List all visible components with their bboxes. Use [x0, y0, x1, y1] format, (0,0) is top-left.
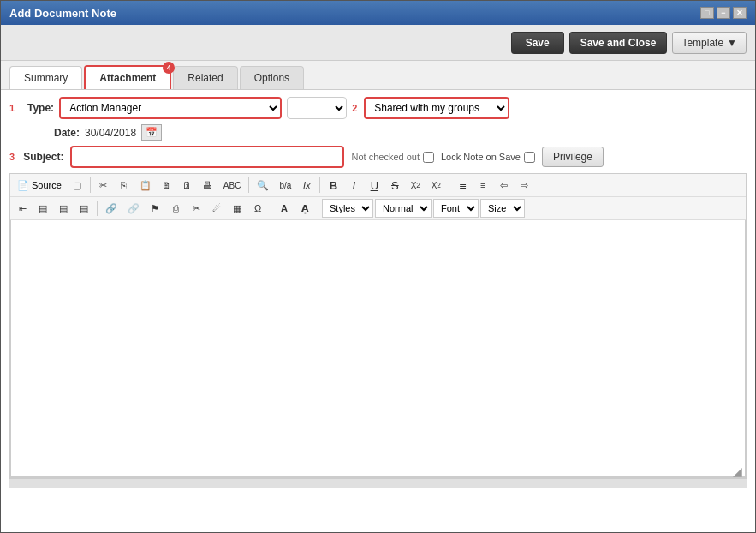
- increase-indent-button[interactable]: ⇨: [515, 176, 533, 195]
- close-button[interactable]: ✕: [733, 7, 747, 19]
- align-center-button[interactable]: ▤: [33, 199, 52, 218]
- subscript-button[interactable]: X2: [406, 176, 425, 195]
- type-select[interactable]: Action Manager General Meeting Phone Cal…: [59, 97, 282, 119]
- lock-note-checkbox[interactable]: [524, 152, 535, 163]
- subject-input[interactable]: [70, 146, 344, 168]
- separator-1: [90, 177, 91, 193]
- document-note-window: Add Document Note □ − ✕ Save Save and Cl…: [0, 0, 756, 533]
- not-checked-checkbox[interactable]: [423, 152, 434, 163]
- bg-color-button[interactable]: Ạ: [295, 199, 314, 218]
- strikethrough-button[interactable]: S: [385, 176, 404, 195]
- separator-6: [271, 201, 271, 216]
- not-checked-label: Not checked out: [351, 152, 434, 163]
- underline-button[interactable]: U: [365, 176, 384, 195]
- toolbar-row-1: 📄 Source ▢ ✂ ⎘ 📋 🗎 🗓 🖶 ABC 🔍 b/a Ix B I: [10, 174, 746, 197]
- subject-row: 3 Subject: Not checked out Lock Note on …: [9, 146, 747, 168]
- title-controls: □ − ✕: [700, 7, 747, 19]
- editor-toolbar: 📄 Source ▢ ✂ ⎘ 📋 🗎 🗓 🖶 ABC 🔍 b/a Ix B I: [9, 173, 747, 478]
- chevron-down-icon: ▼: [727, 37, 737, 49]
- italic-format[interactable]: Ix: [297, 176, 316, 195]
- font-select[interactable]: Font: [433, 199, 479, 218]
- copy-button[interactable]: ⎘: [115, 176, 134, 195]
- image-button[interactable]: ☄: [207, 199, 226, 218]
- align-justify-button[interactable]: ▤: [74, 199, 93, 218]
- font-color-button[interactable]: A: [275, 199, 294, 218]
- scrollbar-area: [9, 478, 747, 488]
- source-button[interactable]: 📄 Source: [13, 176, 66, 195]
- tab-related[interactable]: Related: [173, 66, 237, 89]
- template-button[interactable]: Template ▼: [672, 32, 747, 54]
- resize-handle[interactable]: ◢: [733, 464, 743, 475]
- normal-select[interactable]: Normal: [375, 199, 432, 218]
- italic-button[interactable]: I: [344, 176, 363, 195]
- align-left-button[interactable]: ⇤: [13, 199, 32, 218]
- find-button[interactable]: 🔍: [253, 176, 273, 195]
- save-close-button[interactable]: Save and Close: [569, 32, 668, 54]
- separator-7: [318, 201, 318, 216]
- flag-button[interactable]: ⚑: [146, 199, 164, 218]
- tab-summary[interactable]: Summary: [9, 66, 82, 89]
- editor-body[interactable]: ◢: [10, 220, 746, 477]
- separator-5: [97, 201, 98, 216]
- unlink-button[interactable]: 🔗: [123, 199, 144, 218]
- save-button[interactable]: Save: [511, 32, 564, 54]
- type-label: Type:: [21, 102, 54, 114]
- source-icon: 📄: [17, 180, 29, 191]
- privilege-button[interactable]: Privilege: [542, 147, 604, 167]
- paste-plain-button[interactable]: 🗎: [158, 176, 176, 195]
- cut-button[interactable]: ✂: [94, 176, 113, 195]
- superscript-button[interactable]: X2: [426, 176, 445, 195]
- scissors-button[interactable]: ✂: [187, 199, 205, 218]
- find-replace-button[interactable]: b/a: [275, 176, 295, 195]
- header-bar: Save Save and Close Template ▼: [1, 25, 755, 61]
- date-row: Date: 30/04/2018 📅: [9, 124, 747, 141]
- print-button[interactable]: 🖶: [199, 176, 217, 195]
- separator-4: [449, 177, 449, 193]
- omega-button[interactable]: Ω: [248, 199, 267, 218]
- minimize-button[interactable]: −: [717, 7, 730, 19]
- toolbar-row-2: ⇤ ▤ ▤ ▤ 🔗 🔗 ⚑ ⎙ ✂ ☄ ▦ Ω A Ạ Styles: [10, 197, 746, 220]
- title-bar: Add Document Note □ − ✕: [1, 1, 755, 25]
- content-area: 1 Type: Action Manager General Meeting P…: [1, 90, 755, 532]
- type-row: 1 Type: Action Manager General Meeting P…: [9, 97, 747, 119]
- styles-select[interactable]: Styles: [322, 199, 373, 218]
- restore-button[interactable]: □: [700, 7, 714, 19]
- paste-button[interactable]: 📋: [135, 176, 156, 195]
- shared-annotation: 2: [352, 103, 357, 113]
- date-label: Date:: [47, 127, 80, 139]
- shared-select[interactable]: Shared with my groups Private Shared wit…: [364, 97, 509, 119]
- subject-label: Subject:: [23, 151, 63, 163]
- date-value: 30/04/2018: [85, 127, 136, 139]
- table-button[interactable]: ▦: [228, 199, 247, 218]
- mid-select[interactable]: [287, 97, 347, 119]
- separator-2: [248, 177, 249, 193]
- type-annotation: 1: [9, 103, 15, 113]
- bold-button[interactable]: B: [324, 176, 342, 195]
- tab-options[interactable]: Options: [240, 66, 304, 89]
- spell-button[interactable]: ABC: [219, 176, 246, 195]
- tabs-bar: Summary Attachment 4 Related Options: [1, 61, 755, 90]
- unordered-list-button[interactable]: ≡: [473, 176, 492, 195]
- subject-annotation: 3: [9, 152, 15, 162]
- size-select[interactable]: Size: [480, 199, 525, 218]
- decrease-indent-button[interactable]: ⇦: [494, 176, 513, 195]
- ordered-list-button[interactable]: ≣: [453, 176, 472, 195]
- separator-3: [319, 177, 320, 193]
- paste-special-button[interactable]: ⎙: [166, 199, 185, 218]
- paste-word-button[interactable]: 🗓: [178, 176, 197, 195]
- align-right-button[interactable]: ▤: [54, 199, 73, 218]
- new-doc-button[interactable]: ▢: [68, 176, 86, 195]
- lock-note-label: Lock Note on Save: [441, 152, 535, 163]
- window-title: Add Document Note: [9, 7, 116, 20]
- calendar-button[interactable]: 📅: [141, 124, 162, 141]
- link-button[interactable]: 🔗: [101, 199, 122, 218]
- tab-attachment[interactable]: Attachment 4: [84, 65, 171, 89]
